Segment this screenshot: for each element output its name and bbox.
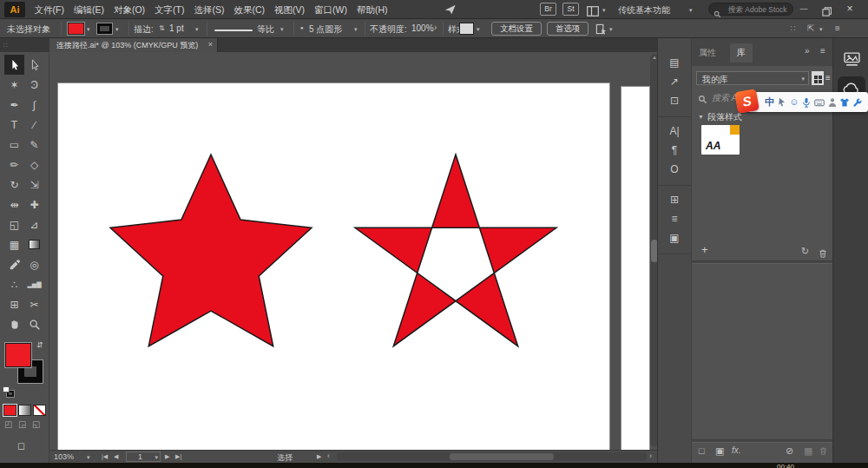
close-icon[interactable]: × xyxy=(208,40,213,49)
chevron-down-icon[interactable]: ▾ xyxy=(195,26,199,33)
document-cursor-icon[interactable] xyxy=(595,23,607,38)
chevron-down-icon[interactable]: ▾ xyxy=(609,26,613,33)
character-panel-icon[interactable]: A| xyxy=(658,122,691,141)
chevron-down-icon[interactable]: ▾ xyxy=(602,7,606,14)
emoji-icon[interactable]: ☺ xyxy=(789,97,799,107)
chevron-down-icon[interactable]: ▾ xyxy=(280,26,284,33)
pen-tool[interactable]: ✒ xyxy=(4,95,24,115)
shaper-tool[interactable]: ✏ xyxy=(4,155,24,175)
tools-panel-grip-icon[interactable]: ∷ xyxy=(3,42,8,49)
zoom-tool[interactable] xyxy=(24,314,44,334)
gradient-mode-button[interactable] xyxy=(18,405,31,416)
rectangle-tool[interactable]: ▭ xyxy=(4,135,24,155)
color-mode-button[interactable] xyxy=(3,405,16,416)
menu-help[interactable]: 帮助(H) xyxy=(352,0,393,19)
align-panel-icon[interactable]: ≡ xyxy=(658,209,691,228)
draw-inside-icon[interactable]: ◱ xyxy=(32,419,40,429)
touch-workspace-icon[interactable]: ∷ xyxy=(790,23,795,33)
preferences-button[interactable]: 首选项 xyxy=(547,22,589,36)
grid-view-button[interactable] xyxy=(812,71,824,85)
artboard-tool[interactable]: ⊞ xyxy=(4,294,24,314)
paragraph-style-asset[interactable]: AA xyxy=(701,125,740,155)
menu-edit[interactable]: 编辑(E) xyxy=(69,0,108,19)
blend-tool[interactable]: ◎ xyxy=(24,254,44,274)
puppet-warp-tool[interactable]: ✚ xyxy=(24,194,44,214)
zoom-level-value[interactable]: 103% xyxy=(54,452,74,461)
scroll-left-icon[interactable]: ‹ xyxy=(327,452,330,460)
tab-libraries[interactable]: 库 xyxy=(730,43,753,63)
fill-color-swatch[interactable] xyxy=(69,23,83,34)
paintbrush-tool[interactable]: ✎ xyxy=(24,135,44,155)
opentype-panel-icon[interactable]: O xyxy=(658,160,691,179)
document-tab[interactable]: 连接路径.ai* @ 103% (CMYK/GPU 预览) × xyxy=(49,38,218,52)
transform-panel-icon[interactable]: ⊞ xyxy=(658,190,691,209)
canvas-area[interactable]: ▴ xyxy=(49,52,657,450)
add-effect-button[interactable]: fx. xyxy=(732,445,741,455)
new-fill-button[interactable]: ▣ xyxy=(715,445,724,457)
share-icon[interactable] xyxy=(444,3,457,19)
taskbar-strip[interactable]: 00:40 xyxy=(0,463,868,468)
slice-tool[interactable]: ✂ xyxy=(24,294,44,314)
rotate-tool[interactable]: ↻ xyxy=(4,175,24,194)
mic-icon[interactable] xyxy=(801,97,812,108)
close-button[interactable]: × xyxy=(840,0,859,19)
perspective-grid-tool[interactable]: ⊿ xyxy=(24,214,44,234)
menu-type[interactable]: 文字(T) xyxy=(150,0,189,19)
chevron-down-icon[interactable]: ▾ xyxy=(87,454,90,461)
previous-artboard-icon[interactable]: ◀ xyxy=(114,453,118,460)
width-profile-label[interactable]: 等比 xyxy=(257,23,274,36)
export-panel-icon[interactable]: ↗ xyxy=(658,72,691,91)
shape-builder-tool[interactable]: ◱ xyxy=(4,214,24,234)
chevron-down-icon[interactable]: ▾ xyxy=(689,7,693,14)
sogou-logo-icon[interactable]: S xyxy=(734,89,760,114)
duplicate-item-button[interactable]: ▦ xyxy=(804,445,812,457)
symbol-sprayer-tool[interactable]: ∴ xyxy=(4,274,24,294)
add-asset-button[interactable]: + xyxy=(701,243,708,256)
menu-select[interactable]: 选择(S) xyxy=(189,0,229,19)
new-stroke-button[interactable]: □ xyxy=(699,445,705,456)
cursor-icon[interactable] xyxy=(777,97,787,108)
scroll-up-icon[interactable]: ▴ xyxy=(651,54,657,61)
bridge-button[interactable]: Br xyxy=(540,3,556,16)
restore-button[interactable] xyxy=(818,0,835,19)
selection-tool[interactable] xyxy=(4,55,24,75)
line-segment-tool[interactable]: ∕ xyxy=(24,115,44,135)
panel-overflow-icon[interactable]: » xyxy=(805,46,810,56)
stroke-weight-value[interactable]: 1 pt xyxy=(169,23,184,33)
sync-library-icon[interactable]: ↻ xyxy=(801,246,809,257)
vertical-scroll-thumb[interactable] xyxy=(651,240,657,262)
swap-fill-stroke-icon[interactable]: ⇆ xyxy=(36,341,44,348)
lasso-tool[interactable]: Ͽ xyxy=(24,75,44,95)
hand-tool[interactable] xyxy=(4,314,24,334)
menu-file[interactable]: 文件(F) xyxy=(30,0,69,19)
screen-mode-icon[interactable]: ◻ xyxy=(17,440,25,452)
curvature-tool[interactable]: ∫ xyxy=(24,95,44,115)
chevron-down-icon[interactable]: ▾ xyxy=(115,26,119,33)
eraser-tool[interactable]: ◇ xyxy=(24,155,44,175)
solid-star[interactable] xyxy=(110,155,312,346)
more-options-icon[interactable]: › xyxy=(434,23,437,32)
horizontal-scrollbar[interactable] xyxy=(337,452,647,461)
workspace-switcher[interactable]: 传统基本功能 xyxy=(618,4,670,16)
person-icon[interactable] xyxy=(827,97,838,108)
column-graph-tool[interactable]: ▂▅▇ xyxy=(24,274,44,294)
toolbox-icon[interactable] xyxy=(852,97,863,108)
eyedropper-tool[interactable] xyxy=(4,254,24,274)
default-fill-stroke-icon[interactable] xyxy=(3,386,10,392)
pathfinder-panel-icon[interactable]: ▣ xyxy=(658,228,691,247)
list-view-button[interactable]: ≡ xyxy=(825,73,831,82)
keyboard-icon[interactable] xyxy=(814,97,825,108)
stock-button[interactable]: St xyxy=(562,3,579,16)
artboards-panel-icon[interactable]: ⊡ xyxy=(658,91,691,110)
style-swatch[interactable] xyxy=(460,23,473,34)
stepper-icon[interactable]: ⇅ xyxy=(159,24,165,32)
chevron-down-icon[interactable]: ▾ xyxy=(87,26,90,33)
panel-menu-icon[interactable]: ≡ xyxy=(820,46,825,56)
delete-item-button[interactable] xyxy=(819,446,828,458)
clear-appearance-button[interactable]: ⊘ xyxy=(786,445,793,457)
menu-window[interactable]: 窗口(W) xyxy=(310,0,352,19)
adobe-stock-icon[interactable] xyxy=(838,47,865,71)
chinese-mode-icon[interactable]: 中 xyxy=(765,97,774,107)
stock-search-box[interactable]: 搜索 Adobe Stock xyxy=(708,3,793,16)
dock-options-icon[interactable]: ⇱ xyxy=(807,23,814,33)
